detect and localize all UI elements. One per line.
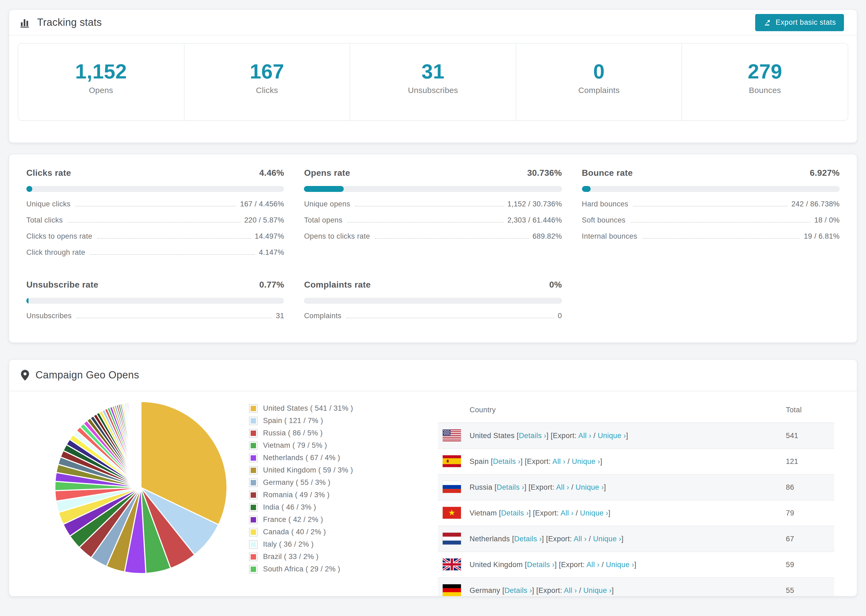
export-basic-stats-button[interactable]: Export basic stats (755, 14, 844, 31)
details-link[interactable]: Details › (493, 457, 521, 465)
geo-table-row: Germany [Details ›] [Export: All › / Uni… (438, 578, 834, 597)
export-unique-link[interactable]: Unique › (576, 483, 604, 491)
bracket: ] (634, 561, 636, 569)
legend-swatch (249, 565, 258, 574)
complaints-label: Complaints (516, 85, 682, 94)
geo-pie-chart (52, 399, 230, 576)
details-link[interactable]: Details › (497, 483, 524, 491)
rate-detail-row: Opens to clicks rate689.82% (304, 232, 562, 240)
export-all-link[interactable]: All › (587, 561, 600, 569)
export-all-link[interactable]: All › (553, 457, 565, 465)
legend-item: United Kingdom ( 59 / 3% ) (249, 466, 410, 475)
export-unique-link[interactable]: Unique › (598, 432, 626, 440)
flag-ru-icon (443, 481, 461, 493)
rate-detail-row: Complaints0 (304, 312, 562, 320)
complaints-count: 0 (516, 61, 682, 83)
country-total: 67 (786, 535, 834, 543)
legend-label: Germany ( 55 / 3% ) (263, 479, 331, 487)
legend-label: Brazil ( 33 / 2% ) (263, 553, 319, 561)
country-name: Netherlands (469, 535, 510, 543)
bracket: ] [ (529, 509, 535, 517)
details-link[interactable]: Details › (527, 561, 555, 569)
country-cell: United Kingdom [Details ›] [Export: All … (469, 561, 786, 569)
country-cell: Russia [Details ›] [Export: All › / Uniq… (469, 483, 786, 491)
export-label: Export: (561, 561, 587, 569)
geo-table-row: United Kingdom [Details ›] [Export: All … (438, 552, 834, 578)
bounce-rate-value: 6.927% (810, 168, 840, 178)
geo-title: Campaign Geo Opens (36, 369, 139, 381)
bracket: ] [ (554, 561, 561, 569)
complaints-rate-title: Complaints rate (304, 280, 371, 290)
export-label: Export: (553, 432, 578, 440)
country-cell: Germany [Details ›] [Export: All › / Uni… (469, 586, 786, 594)
legend-item: United States ( 541 / 31% ) (249, 404, 410, 413)
rate-detail-row: Unsubscribes31 (26, 312, 284, 320)
bracket: [ (523, 561, 527, 569)
legend-swatch (249, 416, 258, 425)
unsubscribes-count: 31 (350, 61, 516, 83)
export-unique-link[interactable]: Unique › (583, 586, 612, 594)
export-all-link[interactable]: All › (574, 535, 587, 543)
geo-table-row: Russia [Details ›] [Export: All › / Uniq… (438, 475, 834, 500)
legend-swatch (249, 528, 258, 536)
export-unique-link[interactable]: Unique › (606, 561, 634, 569)
export-unique-link[interactable]: Unique › (580, 509, 608, 517)
export-unique-link[interactable]: Unique › (593, 535, 621, 543)
slash: / (591, 432, 598, 440)
export-label: Export: (527, 457, 553, 465)
details-link[interactable]: Details › (519, 432, 546, 440)
slash: / (587, 535, 593, 543)
rate-detail-row: Total opens2,303 / 61.446% (304, 216, 562, 224)
summary-unsubscribes: 31 Unsubscribes (350, 44, 516, 120)
legend-item: France ( 42 / 2% ) (249, 515, 410, 524)
legend-swatch (249, 478, 258, 487)
rate-detail-row: Hard bounces242 / 86.738% (582, 200, 840, 208)
geo-table-row: Vietnam [Details ›] [Export: All › / Uni… (438, 500, 834, 526)
clicks-rate-progressbar (26, 186, 284, 192)
bracket: [ (489, 457, 493, 465)
country-name: Vietnam (469, 509, 497, 517)
unsubscribe-rate-details: Unsubscribes31 (26, 312, 284, 320)
unsubscribe-rate-title: Unsubscribe rate (26, 280, 98, 290)
details-link[interactable]: Details › (501, 509, 529, 517)
dashboard-page: Tracking stats Export basic stats 1,152 … (0, 0, 866, 616)
summary-clicks: 167 Clicks (184, 44, 350, 120)
country-cell: Vietnam [Details ›] [Export: All › / Uni… (469, 509, 786, 517)
export-unique-link[interactable]: Unique › (572, 457, 600, 465)
opens-rate-section: Opens rate 30.736% Unique opens1,152 / 3… (304, 168, 562, 256)
legend-label: Spain ( 121 / 7% ) (263, 417, 323, 425)
country-total: 541 (786, 432, 834, 440)
unsubscribe-rate-value: 0.77% (259, 280, 284, 290)
export-all-link[interactable]: All › (561, 509, 574, 517)
summary-strip: 1,152 Opens 167 Clicks 31 Unsubscribes 0… (18, 43, 848, 121)
bracket: ] (621, 535, 624, 543)
bracket: [ (493, 483, 497, 491)
legend-swatch (249, 503, 258, 512)
bracket: [ (515, 432, 519, 440)
legend-swatch (249, 491, 258, 499)
export-all-link[interactable]: All › (578, 432, 591, 440)
bounce-rate-title: Bounce rate (582, 168, 633, 178)
rates-row-2: Unsubscribe rate 0.77% Unsubscribes31 Co… (26, 280, 840, 320)
legend-label: United Kingdom ( 59 / 3% ) (263, 466, 353, 475)
flag-de-icon (443, 585, 461, 596)
country-cell: United States [Details ›] [Export: All ›… (469, 432, 786, 440)
details-link[interactable]: Details › (505, 586, 532, 594)
country-total: 86 (786, 483, 834, 491)
export-all-link[interactable]: All › (564, 586, 577, 594)
flag-es-icon (443, 456, 461, 467)
bracket: ] [ (521, 457, 527, 465)
legend-item: Russia ( 86 / 5% ) (249, 429, 410, 438)
tracking-stats-card: Tracking stats Export basic stats 1,152 … (9, 9, 857, 143)
country-name: Spain (469, 457, 489, 465)
details-link[interactable]: Details › (514, 535, 542, 543)
map-pin-icon (21, 370, 29, 380)
legend-item: India ( 46 / 3% ) (249, 503, 410, 512)
country-column-header: Country (438, 406, 786, 414)
legend-label: United States ( 541 / 31% ) (263, 404, 353, 413)
export-label: Export: (531, 483, 556, 491)
geo-header: Campaign Geo Opens (9, 360, 857, 391)
export-all-link[interactable]: All › (556, 483, 569, 491)
rates-card: Clicks rate 4.46% Unique clicks167 / 4.4… (9, 154, 857, 343)
legend-item: Spain ( 121 / 7% ) (249, 416, 410, 425)
